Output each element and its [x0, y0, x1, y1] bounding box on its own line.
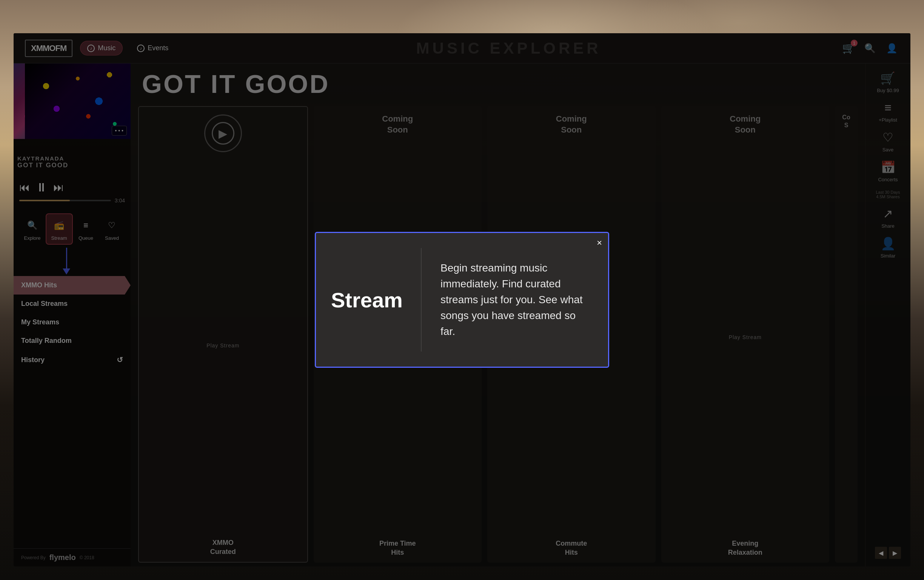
- overlay: × Stream Begin streaming music immediate…: [13, 33, 911, 567]
- modal-left: Stream: [316, 233, 422, 367]
- modal-divider: [421, 248, 422, 351]
- modal-title: Stream: [331, 288, 403, 312]
- modal-close-btn[interactable]: ×: [597, 237, 602, 248]
- modal-description: Begin streaming music immediately. Find …: [441, 260, 589, 339]
- modal: × Stream Begin streaming music immediate…: [315, 232, 609, 368]
- modal-right: Begin streaming music immediately. Find …: [422, 233, 608, 367]
- app-container: XMMOFM ♪ Music ♪ Events MUSIC EXPLORER 🛒…: [13, 33, 911, 567]
